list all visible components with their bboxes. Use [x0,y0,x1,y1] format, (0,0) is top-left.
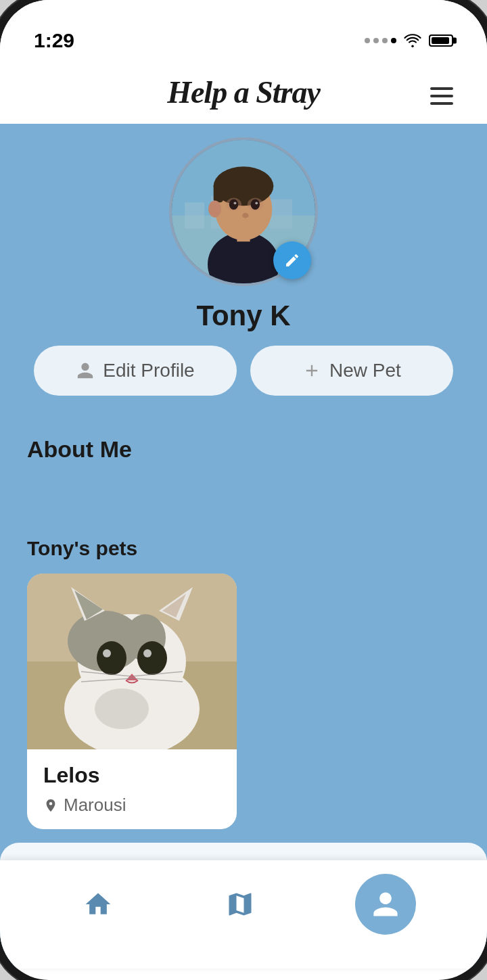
pet-info: Lelos Marousi [27,749,237,829]
svg-point-29 [97,641,126,675]
person-icon [76,361,95,380]
pet-location: Marousi [43,795,221,816]
svg-rect-9 [214,183,223,202]
svg-point-17 [242,213,249,218]
main-content: Tony K Edit Profile New Pet Ab [0,124,487,969]
status-icons [365,33,453,48]
svg-point-30 [137,641,167,675]
nav-home[interactable] [71,877,125,931]
edit-profile-button[interactable]: Edit Profile [34,346,237,396]
about-section: About Me Tony's pets [0,436,487,892]
bottom-nav [0,860,487,969]
cat-image [27,574,237,749]
pencil-icon [284,252,300,269]
new-pet-button[interactable]: New Pet [250,346,453,396]
profile-name: Tony K [196,300,290,332]
svg-point-15 [234,202,237,204]
avatar-container [169,137,318,286]
pet-location-text: Marousi [64,795,126,816]
pet-name: Lelos [43,763,221,788]
pet-card[interactable]: Lelos Marousi [27,574,237,829]
action-buttons: Edit Profile New Pet [34,346,453,396]
svg-point-10 [208,200,221,217]
svg-rect-2 [185,202,204,229]
profile-icon [371,889,400,919]
status-bar: 1:29 [0,0,487,68]
about-me-text [27,476,460,517]
signal-icon [365,38,396,43]
battery-icon [429,34,453,47]
wifi-icon [403,33,422,48]
svg-point-31 [103,649,111,657]
svg-rect-4 [270,200,293,229]
profile-section: Tony K Edit Profile New Pet [0,124,487,436]
menu-icon[interactable] [430,87,453,105]
svg-point-14 [251,200,260,210]
pet-image [27,574,237,749]
pets-section-title: Tony's pets [27,537,460,560]
edit-avatar-button[interactable] [273,241,311,279]
svg-point-16 [255,202,258,204]
svg-point-13 [229,200,238,210]
home-icon [83,889,113,919]
svg-point-38 [95,689,149,729]
svg-point-32 [143,649,152,657]
location-icon [43,798,58,813]
about-me-title: About Me [27,436,460,463]
app-header: Help a Stray [0,68,487,124]
plus-icon [302,361,321,380]
nav-map[interactable] [213,877,267,931]
nav-profile[interactable] [355,874,416,935]
app-title: Help a Stray [167,74,320,110]
status-time: 1:29 [34,29,74,52]
map-icon [225,889,255,919]
